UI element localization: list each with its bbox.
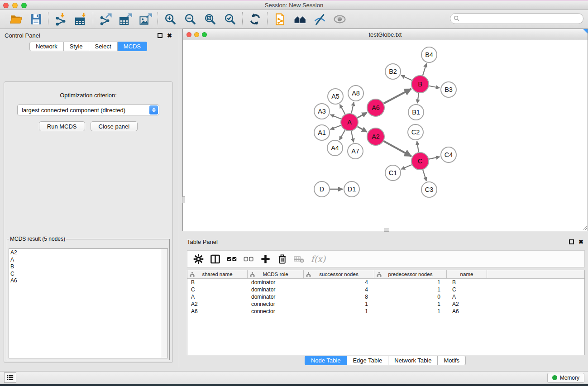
node-A3[interactable]: A3 <box>314 104 330 119</box>
edge-A-A3[interactable] <box>330 114 341 119</box>
search-input[interactable] <box>450 13 583 24</box>
table-cell[interactable]: 8 <box>304 293 374 300</box>
mcds-result-item[interactable]: A2 <box>10 249 167 257</box>
table-cell[interactable]: A6 <box>447 308 487 315</box>
float-panel-icon[interactable] <box>158 33 163 38</box>
table-cell[interactable]: C <box>187 286 248 293</box>
close-panel-icon[interactable]: ✖ <box>167 33 172 38</box>
tab-select[interactable]: Select <box>89 42 118 51</box>
table-options-button[interactable] <box>191 252 206 266</box>
edge-A2-C[interactable] <box>384 141 411 157</box>
table-cell[interactable]: 4 <box>304 286 374 293</box>
node-A6[interactable]: A6 <box>367 99 384 116</box>
node-A8[interactable]: A8 <box>348 86 363 101</box>
edge-A6-B[interactable] <box>384 89 411 103</box>
node-A5[interactable]: A5 <box>328 89 343 104</box>
column-header-name[interactable]: name <box>447 270 487 278</box>
import-table-button[interactable] <box>72 12 89 27</box>
network-canvas[interactable]: B4B2BB3A5A8A6B1A3AC2A1A2A4A7C4CC1C3DD1 <box>183 40 588 231</box>
table-row[interactable]: Cdominator41C <box>187 286 584 293</box>
criterion-dropdown[interactable]: largest connected component (directed) <box>17 105 159 115</box>
column-header-predecessor-nodes[interactable]: predecessor nodes <box>374 270 447 278</box>
save-session-button[interactable] <box>28 12 44 27</box>
table-row[interactable]: A6connector11A6 <box>187 308 584 315</box>
tab-mcds[interactable]: MCDS <box>118 42 147 51</box>
panel-divider[interactable] <box>179 29 179 367</box>
select-all-button[interactable] <box>225 252 239 266</box>
hide-graphics-details-button[interactable] <box>311 12 328 27</box>
homes-button[interactable] <box>292 12 308 27</box>
node-C[interactable]: C <box>411 152 429 170</box>
import-network-button[interactable] <box>53 12 69 27</box>
table-cell[interactable]: A6 <box>187 308 248 315</box>
column-header-MCDS-role[interactable]: MCDS role <box>248 270 304 278</box>
table-cell[interactable]: C <box>447 286 487 293</box>
node-C2[interactable]: C2 <box>408 124 423 140</box>
delete-button[interactable] <box>275 252 290 266</box>
column-header-shared-name[interactable]: shared name <box>187 270 248 278</box>
edge-A-A8[interactable] <box>351 102 354 114</box>
table-cell[interactable]: A2 <box>447 300 487 308</box>
show-column-button[interactable] <box>208 252 223 266</box>
edge-C-C2[interactable] <box>417 141 419 152</box>
run-mcds-button[interactable]: Run MCDS <box>39 121 85 131</box>
close-table-panel-icon[interactable]: ✖ <box>578 239 583 245</box>
edge-A-A6[interactable] <box>358 113 367 118</box>
zoom-out-button[interactable] <box>182 12 198 27</box>
node-B[interactable]: B <box>411 76 429 93</box>
table-row[interactable]: Bdominator41B <box>187 279 584 286</box>
table-cell[interactable]: connector <box>248 300 304 308</box>
float-table-panel-icon[interactable] <box>569 239 574 244</box>
node-C3[interactable]: C3 <box>421 182 437 197</box>
table-cell[interactable]: 1 <box>304 300 374 308</box>
edge-A-A7[interactable] <box>351 131 354 143</box>
table-cell[interactable]: 1 <box>304 308 374 315</box>
edge-C-C4[interactable] <box>429 157 440 159</box>
node-D[interactable]: D <box>314 181 330 197</box>
table-row[interactable]: A2connector11A2 <box>187 300 584 308</box>
add-button[interactable] <box>258 252 273 266</box>
table-cell[interactable]: 0 <box>374 293 447 300</box>
deselect-all-button[interactable] <box>241 252 256 266</box>
table-cell[interactable]: A <box>447 293 487 300</box>
show-graphics-details-button[interactable] <box>331 12 348 27</box>
table-cell[interactable]: A2 <box>187 300 248 308</box>
node-B3[interactable]: B3 <box>441 82 456 97</box>
node-A7[interactable]: A7 <box>348 143 363 159</box>
edge-A-A2[interactable] <box>358 127 367 132</box>
node-B1[interactable]: B1 <box>408 105 424 120</box>
birdseye-handle-bottom[interactable] <box>384 229 389 232</box>
table-cell[interactable]: 1 <box>374 308 447 315</box>
zoom-fit-button[interactable] <box>202 12 218 27</box>
mcds-result-item[interactable]: C <box>10 271 167 278</box>
node-B2[interactable]: B2 <box>385 64 401 79</box>
edge-B-B2[interactable] <box>401 75 412 80</box>
node-A[interactable]: A <box>341 114 358 131</box>
mcds-result-item[interactable]: B <box>10 263 167 271</box>
memory-button[interactable]: Memory <box>547 373 584 383</box>
node-A4[interactable]: A4 <box>327 140 343 156</box>
table-tab-node-table[interactable]: Node Table <box>305 356 347 365</box>
tab-style[interactable]: Style <box>64 42 89 51</box>
birdseye-handle-left[interactable] <box>182 196 185 203</box>
table-cell[interactable]: 1 <box>374 279 447 286</box>
table-cell[interactable]: connector <box>248 308 304 315</box>
table-cell[interactable]: dominator <box>248 279 304 286</box>
open-session-button[interactable] <box>8 12 24 27</box>
tab-network[interactable]: Network <box>29 42 64 51</box>
table-cell[interactable]: B <box>187 279 248 286</box>
mcds-result-item[interactable]: A <box>10 257 167 264</box>
node-C1[interactable]: C1 <box>385 165 401 181</box>
edge-C-C3[interactable] <box>423 170 426 181</box>
node-D1[interactable]: D1 <box>344 181 359 197</box>
result-scrollbar[interactable] <box>162 249 167 358</box>
edge-A-A5[interactable] <box>340 105 345 114</box>
export-image-button[interactable] <box>137 12 153 27</box>
table-cell[interactable]: 4 <box>304 279 374 286</box>
export-table-button[interactable] <box>117 12 134 27</box>
edge-B-B1[interactable] <box>417 93 419 103</box>
table-cell[interactable]: B <box>447 279 487 286</box>
mcds-result-item[interactable]: A6 <box>10 277 167 285</box>
table-cell[interactable]: dominator <box>248 293 304 300</box>
table-tab-motifs[interactable]: Motifs <box>438 356 466 365</box>
